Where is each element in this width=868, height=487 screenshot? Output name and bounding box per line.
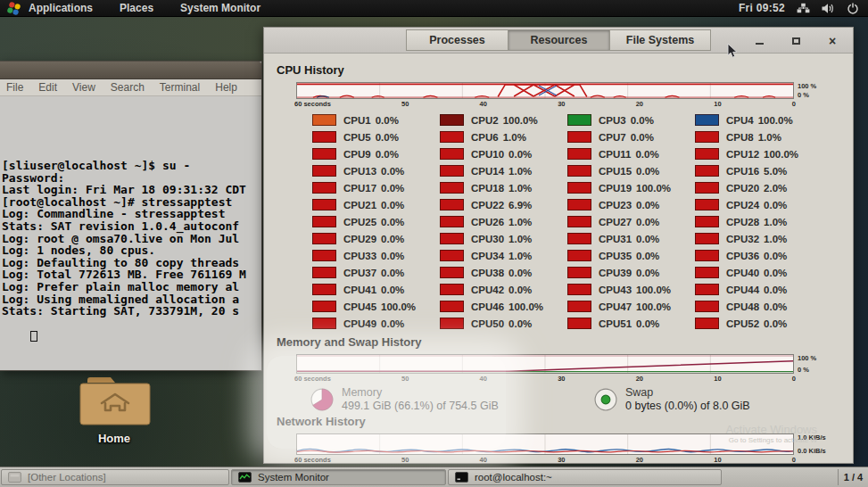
network-icon[interactable] [797, 3, 810, 14]
minimize-icon [756, 43, 764, 45]
cpu-percentage: 5.0% [764, 166, 787, 177]
cpu-color-swatch [312, 165, 336, 177]
cpu-color-swatch [440, 216, 464, 227]
x-tick: 50 [401, 375, 409, 383]
clock[interactable]: Fri 09:52 [739, 2, 785, 14]
tab-processes[interactable]: Processes [406, 29, 508, 51]
terminal-menu-item[interactable]: Search [111, 81, 145, 94]
x-tick: 60 seconds [294, 100, 331, 108]
file-manager-icon [8, 472, 21, 483]
minimize-button[interactable] [753, 35, 765, 47]
terminal-line: [sliuser@localhost ~]$ su - [2, 160, 261, 172]
cpu-percentage: 100.0% [636, 301, 671, 312]
cpu-color-swatch [695, 165, 719, 177]
network-x-axis: 60 seconds50403020100 [294, 456, 796, 464]
panel-menu-item[interactable]: System Monitor [180, 2, 260, 14]
cpu-percentage: 0.0% [631, 132, 654, 143]
volume-icon[interactable] [822, 3, 835, 14]
cpu-name: CPU16 [726, 166, 759, 177]
cpu-color-swatch [312, 301, 336, 312]
distro-logo-icon[interactable] [5, 0, 22, 16]
taskbar-button-label: System Monitor [258, 472, 329, 483]
cpu-color-swatch [440, 267, 464, 278]
terminal-menu-item[interactable]: File [6, 81, 23, 94]
taskbar-button-system-monitor[interactable]: System Monitor [231, 469, 446, 485]
terminal-titlebar[interactable] [0, 62, 261, 79]
cpu-percentage: 0.0% [381, 234, 404, 244]
taskbar-button-terminal[interactable]: root@localhost:~ [448, 469, 722, 485]
cpu-percentage: 0.0% [764, 268, 787, 278]
terminal-menu-item[interactable]: Terminal [160, 81, 200, 94]
close-button[interactable]: × [826, 35, 839, 47]
tab-resources[interactable]: Resources [508, 29, 609, 51]
desktop-icon-home[interactable]: Home [68, 376, 161, 445]
memory-legend: Memory 499.1 GiB (66.1%) of 754.5 GiB [310, 386, 594, 412]
panel-menu-item[interactable]: Places [120, 2, 153, 14]
cpu-name: CPU46 [471, 301, 504, 312]
cpu-legend-item: CPU51 0.0% [567, 315, 695, 332]
cpu-name: CPU44 [726, 285, 759, 295]
cpu-legend-item: CPU45 100.0% [312, 298, 440, 315]
cpu-name: CPU27 [599, 217, 632, 227]
cpu-legend-item: CPU18 1.0% [440, 179, 567, 196]
cpu-percentage: 2.0% [764, 183, 787, 194]
cpu-name: CPU9 [343, 149, 371, 160]
system-monitor-titlebar[interactable]: Processes Resources File Systems × [264, 28, 853, 54]
cpu-name: CPU12 [726, 149, 759, 160]
memory-pie-icon [310, 388, 334, 411]
taskbar-button-other-locations[interactable]: [Other Locations] [1, 469, 229, 485]
cpu-legend-item: CPU20 2.0% [695, 179, 823, 196]
cpu-color-swatch [312, 318, 336, 329]
cpu-legend-item: CPU7 0.0% [567, 128, 695, 145]
cpu-legend-item: CPU10 0.0% [440, 145, 567, 162]
cpu-legend-item: CPU28 1.0% [695, 213, 823, 230]
cpu-percentage: 0.0% [635, 149, 658, 160]
swap-label: Swap [625, 386, 750, 399]
cpu-name: CPU7 [599, 132, 626, 143]
maximize-button[interactable] [789, 35, 802, 47]
workspace-switcher[interactable]: 1 / 4 [838, 469, 868, 485]
cpu-color-swatch [567, 199, 591, 210]
cpu-legend-item: CPU15 0.0% [567, 162, 695, 179]
terminal-menu-item[interactable]: View [72, 81, 95, 94]
cpu-legend-item: CPU37 0.0% [312, 264, 440, 281]
x-tick: 30 [558, 456, 565, 464]
cpu-color-swatch [695, 199, 719, 210]
network-history-graph [296, 433, 794, 455]
cpu-color-swatch [440, 182, 464, 194]
cpu-legend-item: CPU48 0.0% [695, 298, 823, 315]
cpu-percentage: 0.0% [764, 318, 787, 329]
close-icon: × [829, 35, 836, 47]
cpu-color-swatch [695, 182, 719, 194]
cpu-name: CPU8 [726, 132, 754, 143]
terminal-line: Last login: Fri Mar 18 09:31:32 CDT [2, 184, 261, 196]
cpu-percentage: 100.0% [381, 301, 416, 312]
cpu-name: CPU45 [343, 301, 376, 312]
power-icon[interactable] [847, 3, 859, 14]
cpu-percentage: 1.0% [508, 166, 532, 177]
terminal-lines: [sliuser@localhost ~]$ su -Password:Last… [2, 123, 261, 318]
cpu-percentage: 0.0% [636, 200, 659, 210]
cpu-percentage: 1.0% [764, 217, 787, 227]
cpu-color-swatch [312, 114, 336, 126]
cpu-history-title: CPU History [277, 63, 840, 77]
taskbar-button-label: [Other Locations] [28, 472, 106, 483]
cpu-percentage: 1.0% [758, 132, 781, 143]
memory-x-axis: 60 seconds50403020100 [294, 375, 796, 383]
cpu-percentage: 1.0% [508, 251, 532, 261]
cpu-name: CPU50 [471, 318, 504, 329]
cpu-color-swatch [567, 250, 591, 261]
terminal-menu-item[interactable]: Help [215, 81, 237, 94]
tab-file-systems[interactable]: File Systems [609, 29, 711, 51]
terminal-output[interactable]: [sliuser@localhost ~]$ su -Password:Last… [0, 96, 261, 370]
terminal-line: Log: Commandline - stressapptest [2, 208, 261, 220]
panel-menu-item[interactable]: Applications [29, 2, 93, 14]
cpu-name: CPU23 [599, 200, 632, 210]
cpu-color-swatch [440, 250, 464, 261]
cpu-percentage: 1.0% [508, 217, 532, 227]
cpu-color-swatch [567, 131, 591, 143]
cpu-legend-item: CPU12 100.0% [695, 145, 823, 162]
cpu-percentage: 0.0% [381, 166, 404, 177]
cpu-legend-item: CPU11 0.0% [567, 145, 695, 162]
terminal-menu-item[interactable]: Edit [38, 81, 57, 94]
